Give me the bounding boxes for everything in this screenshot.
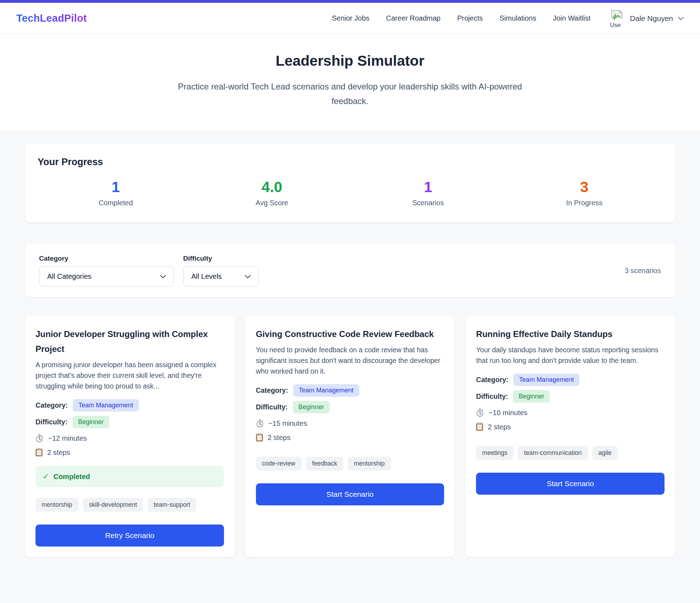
difficulty-select-value: All Levels xyxy=(191,272,245,281)
category-key: Category: xyxy=(35,401,68,409)
scenario-meta: Category: Team Management Difficulty: Be… xyxy=(476,374,665,431)
chevron-down-icon xyxy=(678,17,684,20)
stat-in-progress-value: 3 xyxy=(506,180,662,195)
tag: mentorship xyxy=(35,498,78,512)
category-badge: Team Management xyxy=(513,374,579,386)
stat-completed-value: 1 xyxy=(38,180,194,195)
start-scenario-button[interactable]: Start Scenario xyxy=(256,483,444,505)
completed-banner: ✓ Completed xyxy=(35,466,224,487)
category-key: Category: xyxy=(256,386,288,395)
nav-item-career-roadmap[interactable]: Career Roadmap xyxy=(386,14,441,22)
scenario-description: Your daily standups have become status r… xyxy=(476,344,665,366)
category-filter-label: Category xyxy=(39,255,174,262)
duration-text: ~10 minutes xyxy=(488,409,527,417)
duration-text: ~12 minutes xyxy=(48,434,87,442)
stopwatch-icon xyxy=(35,434,43,442)
stat-scenarios: 1 Scenarios xyxy=(350,180,506,207)
scenario-description: You need to provide feedback on a code r… xyxy=(256,344,444,376)
stat-avg-score-value: 4.0 xyxy=(194,180,350,195)
filter-bar: Category All Categories Difficulty All L… xyxy=(25,244,675,297)
scenario-title: Running Effective Daily Standups xyxy=(476,327,665,342)
tag: mentorship xyxy=(348,457,391,471)
scenario-card: Junior Developer Struggling with Complex… xyxy=(25,316,235,557)
tag: agile xyxy=(592,446,618,460)
scenario-count: 3 scenarios xyxy=(625,267,661,275)
clipboard-icon xyxy=(256,433,263,442)
tag: meetings xyxy=(476,446,513,460)
difficulty-badge: Beginner xyxy=(72,416,109,428)
chevron-down-icon xyxy=(245,275,251,278)
scenario-card: Giving Constructive Code Review Feedback… xyxy=(245,316,455,557)
page-subtitle: Practice real-world Tech Lead scenarios … xyxy=(169,79,531,108)
steps-text: 2 steps xyxy=(268,434,290,442)
chevron-down-icon xyxy=(160,275,166,278)
tag: feedback xyxy=(306,457,343,471)
category-filter-group: Category All Categories xyxy=(39,255,174,287)
tag: skill-development xyxy=(83,498,143,512)
stat-in-progress-label: In Progress xyxy=(506,199,662,207)
retry-scenario-button[interactable]: Retry Scenario xyxy=(35,525,224,547)
progress-stats: 1 Completed 4.0 Avg Score 1 Scenarios 3 … xyxy=(38,180,662,207)
steps-text: 2 steps xyxy=(488,423,510,431)
completed-text: Completed xyxy=(53,473,90,481)
difficulty-badge: Beginner xyxy=(293,401,330,413)
hero-section: Leadership Simulator Practice real-world… xyxy=(0,34,700,131)
nav-item-projects[interactable]: Projects xyxy=(457,14,483,22)
difficulty-key: Difficulty: xyxy=(35,418,67,426)
tag-list: mentorship skill-development team-suppor… xyxy=(35,498,224,512)
difficulty-filter-group: Difficulty All Levels xyxy=(183,255,259,287)
page-title: Leadership Simulator xyxy=(0,53,700,69)
stat-avg-score-label: Avg Score xyxy=(194,199,350,207)
tag-list: meetings team-communication agile xyxy=(476,446,665,460)
stat-in-progress: 3 In Progress xyxy=(506,180,662,207)
progress-title: Your Progress xyxy=(38,157,662,168)
broken-image-icon xyxy=(610,10,624,22)
avatar[interactable]: Use xyxy=(610,10,625,27)
tag: code-review xyxy=(256,457,301,471)
tag-list: code-review feedback mentorship xyxy=(256,457,444,471)
difficulty-badge: Beginner xyxy=(513,390,550,403)
clipboard-icon xyxy=(35,448,43,457)
category-select-value: All Categories xyxy=(47,272,160,281)
scenario-title: Junior Developer Struggling with Complex… xyxy=(35,327,224,357)
stat-scenarios-label: Scenarios xyxy=(350,199,506,207)
difficulty-key: Difficulty: xyxy=(256,403,288,411)
user-name: Dale Nguyen xyxy=(630,14,673,23)
category-badge: Team Management xyxy=(73,399,139,412)
difficulty-filter-label: Difficulty xyxy=(183,255,259,262)
duration-text: ~15 minutes xyxy=(268,419,307,428)
category-badge: Team Management xyxy=(293,384,359,397)
checkmark-icon: ✓ xyxy=(43,472,49,481)
scenario-description: A promising junior developer has been as… xyxy=(35,359,224,391)
steps-text: 2 steps xyxy=(47,449,70,457)
brand-logo[interactable]: TechLeadPilot xyxy=(16,12,87,24)
difficulty-key: Difficulty: xyxy=(476,392,508,401)
stopwatch-icon xyxy=(476,408,484,417)
category-key: Category: xyxy=(476,376,508,384)
progress-panel: Your Progress 1 Completed 4.0 Avg Score … xyxy=(25,144,675,223)
nav-item-join-waitlist[interactable]: Join Waitlist xyxy=(553,14,591,22)
stopwatch-icon xyxy=(256,419,264,428)
clipboard-icon xyxy=(476,423,483,431)
scenario-card: Running Effective Daily Standups Your da… xyxy=(465,316,675,557)
stat-completed: 1 Completed xyxy=(38,180,194,207)
scenario-meta: Category: Team Management Difficulty: Be… xyxy=(35,399,224,457)
stat-scenarios-value: 1 xyxy=(350,180,506,195)
main-nav: Senior Jobs Career Roadmap Projects Simu… xyxy=(332,10,684,27)
category-select[interactable]: All Categories xyxy=(39,266,174,287)
scenario-title: Giving Constructive Code Review Feedback xyxy=(256,327,444,342)
scenario-card-grid: Junior Developer Struggling with Complex… xyxy=(25,316,675,557)
tag: team-support xyxy=(148,498,196,512)
difficulty-select[interactable]: All Levels xyxy=(183,266,259,287)
user-menu[interactable]: Use Dale Nguyen xyxy=(610,10,684,27)
nav-item-senior-jobs[interactable]: Senior Jobs xyxy=(332,14,370,22)
nav-item-simulations[interactable]: Simulations xyxy=(499,14,536,22)
avatar-alt-text: Use xyxy=(610,22,622,27)
top-accent-strip xyxy=(0,0,700,3)
header: TechLeadPilot Senior Jobs Career Roadmap… xyxy=(0,3,700,34)
stat-avg-score: 4.0 Avg Score xyxy=(194,180,350,207)
tag: team-communication xyxy=(518,446,587,460)
stat-completed-label: Completed xyxy=(38,199,194,207)
scenario-meta: Category: Team Management Difficulty: Be… xyxy=(256,384,444,442)
start-scenario-button[interactable]: Start Scenario xyxy=(476,473,665,495)
